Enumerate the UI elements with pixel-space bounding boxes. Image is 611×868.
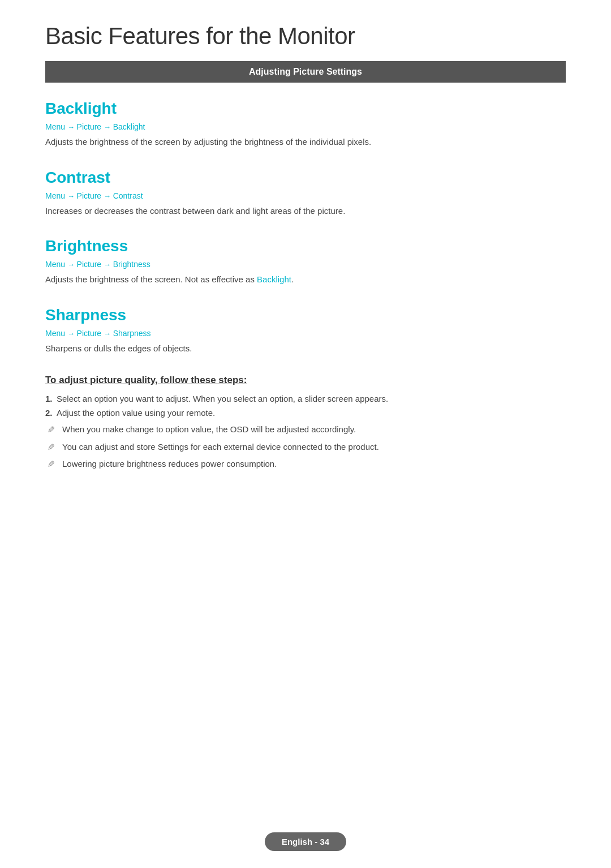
section-backlight: Backlight Menu → Picture → Backlight Adj…	[45, 100, 566, 149]
step-1: 1. Select an option you want to adjust. …	[45, 394, 566, 403]
note-1: When you make change to option value, th…	[45, 423, 566, 436]
arrow-icon: →	[67, 329, 77, 338]
breadcrumb-brightness: Menu → Picture → Brightness	[45, 260, 566, 269]
arrow-icon: →	[104, 260, 113, 269]
section-desc-brightness: Adjusts the brightness of the screen. No…	[45, 273, 566, 286]
steps-list: 1. Select an option you want to adjust. …	[45, 394, 566, 418]
arrow-icon: →	[104, 192, 113, 200]
notes-list: When you make change to option value, th…	[45, 423, 566, 471]
page-title: Basic Features for the Monitor	[45, 23, 566, 50]
arrow-icon: →	[67, 260, 77, 269]
breadcrumb-contrast: Menu → Picture → Contrast	[45, 191, 566, 200]
section-desc-contrast: Increases or decreases the contrast betw…	[45, 205, 566, 218]
page-footer: English - 34	[0, 832, 611, 851]
breadcrumb-sharpness: Menu → Picture → Sharpness	[45, 329, 566, 338]
arrow-icon: →	[104, 123, 113, 131]
note-3: Lowering picture brightness reduces powe…	[45, 458, 566, 471]
section-desc-sharpness: Sharpens or dulls the edges of objects.	[45, 342, 566, 355]
section-contrast: Contrast Menu → Picture → Contrast Incre…	[45, 169, 566, 218]
section-header-bar: Adjusting Picture Settings	[45, 61, 566, 83]
step-2: 2. Adjust the option value using your re…	[45, 408, 566, 418]
section-title-backlight: Backlight	[45, 100, 566, 118]
note-2: You can adjust and store Settings for ea…	[45, 441, 566, 454]
steps-title: To adjust picture quality, follow these …	[45, 375, 566, 386]
section-brightness: Brightness Menu → Picture → Brightness A…	[45, 237, 566, 286]
steps-section: To adjust picture quality, follow these …	[45, 375, 566, 471]
section-header-text: Adjusting Picture Settings	[249, 67, 362, 76]
breadcrumb-backlight: Menu → Picture → Backlight	[45, 122, 566, 131]
arrow-icon: →	[67, 192, 77, 200]
section-sharpness: Sharpness Menu → Picture → Sharpness Sha…	[45, 306, 566, 355]
footer-badge: English - 34	[265, 832, 346, 851]
page-container: Basic Features for the Monitor Adjusting…	[0, 0, 611, 547]
section-desc-backlight: Adjusts the brightness of the screen by …	[45, 136, 566, 149]
arrow-icon: →	[104, 329, 113, 338]
section-title-sharpness: Sharpness	[45, 306, 566, 324]
section-title-brightness: Brightness	[45, 237, 566, 255]
arrow-icon: →	[67, 123, 77, 131]
backlight-link[interactable]: Backlight	[257, 274, 291, 284]
section-title-contrast: Contrast	[45, 169, 566, 187]
